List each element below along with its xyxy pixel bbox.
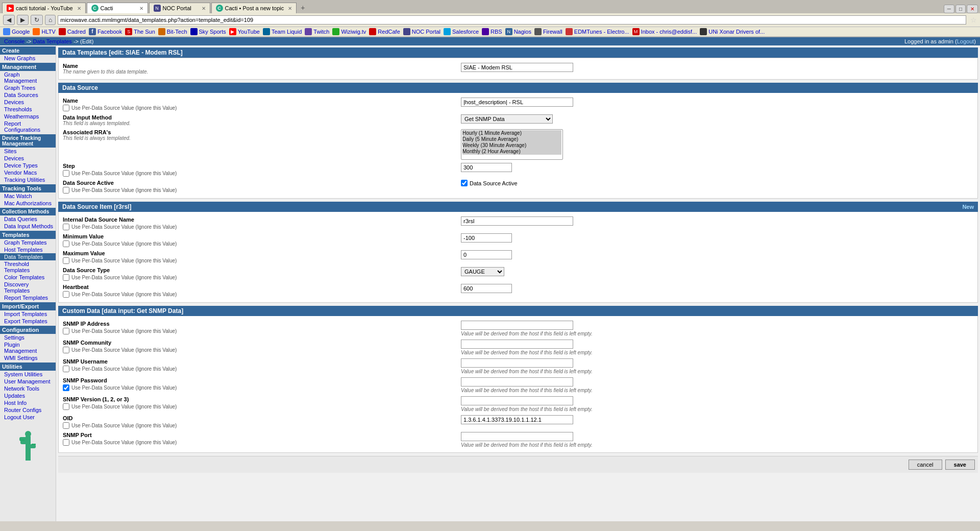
sidebar-item-devices[interactable]: Devices xyxy=(0,99,56,106)
sidebar-item-host-info[interactable]: Host Info xyxy=(0,399,56,406)
bookmark-edm-tunes[interactable]: EDMTunes - Electro... xyxy=(566,28,629,35)
sidebar-item-settings[interactable]: Settings xyxy=(0,334,56,341)
bookmark-rbs[interactable]: RBS xyxy=(482,28,502,35)
bookmark-redcafe[interactable]: RedCafe xyxy=(369,28,400,35)
min-value-checkbox[interactable] xyxy=(63,240,69,247)
address-bar[interactable] xyxy=(58,15,966,25)
sidebar-item-network-tools[interactable]: Network Tools xyxy=(0,385,56,392)
sidebar-item-devices2[interactable]: Devices xyxy=(0,155,56,162)
snmp-password-input[interactable] xyxy=(461,377,573,387)
tab-close-yt[interactable]: ✕ xyxy=(77,6,81,11)
sidebar-item-data-sources[interactable]: Data Sources xyxy=(0,91,56,99)
bookmark-team-liquid[interactable]: Team Liquid xyxy=(263,28,302,35)
back-button[interactable]: ◀ xyxy=(3,15,15,25)
bookmark-star[interactable]: ☆ xyxy=(970,16,977,24)
max-value-checkbox[interactable] xyxy=(63,257,69,264)
bookmark-wiziwig[interactable]: Wiziwig.tv xyxy=(332,28,366,35)
logout-link[interactable]: Logout xyxy=(957,38,974,44)
sidebar-item-import-templates[interactable]: Import Templates xyxy=(0,310,56,318)
sidebar-item-graph-management[interactable]: Graph Management xyxy=(0,71,56,84)
sidebar-item-export-templates[interactable]: Export Templates xyxy=(0,318,56,325)
sidebar-item-weathermaps[interactable]: Weathermaps xyxy=(0,113,56,120)
new-tab-button[interactable]: + xyxy=(298,2,308,13)
sidebar-item-wmi-settings[interactable]: WMI Settings xyxy=(0,354,56,361)
step-input[interactable] xyxy=(461,163,512,172)
sidebar-item-system-utilities[interactable]: System Utilities xyxy=(0,371,56,378)
sidebar-item-plugin-management[interactable]: Plugin Management xyxy=(0,341,56,354)
sidebar-item-logout-user[interactable]: Logout User xyxy=(0,414,56,421)
snmp-community-input[interactable] xyxy=(461,340,573,349)
bookmark-google[interactable]: Google xyxy=(3,28,30,35)
sidebar-item-data-input-methods[interactable]: Data Input Methods xyxy=(0,223,56,230)
bookmark-hltv[interactable]: HLTV xyxy=(33,28,55,35)
data-templates-link[interactable]: Data Templates xyxy=(33,38,72,44)
snmp-ip-checkbox[interactable] xyxy=(63,328,69,334)
close-button[interactable]: ✕ xyxy=(967,5,978,13)
ds-name-checkbox[interactable] xyxy=(63,105,69,111)
forward-button[interactable]: ▶ xyxy=(17,15,29,25)
sidebar-item-tracking-utilities[interactable]: Tracking Utilities xyxy=(0,176,56,183)
snmp-username-input[interactable] xyxy=(461,358,573,368)
sidebar-item-discovery-templates[interactable]: Discovery Templates xyxy=(0,281,56,294)
snmp-community-checkbox[interactable] xyxy=(63,347,69,353)
snmp-version-checkbox[interactable] xyxy=(63,403,69,410)
maximize-button[interactable]: □ xyxy=(955,5,966,13)
bookmark-noc-portal[interactable]: NOC Portal xyxy=(403,28,440,35)
ds-type-select[interactable]: GAUGE COUNTER DERIVE ABSOLUTE xyxy=(461,267,504,276)
bookmark-cadred[interactable]: Cadred xyxy=(59,28,86,35)
internal-name-input[interactable] xyxy=(461,216,573,226)
rra-listbox[interactable]: Hourly (1 Minute Average) Daily (5 Minut… xyxy=(461,129,563,160)
bookmark-the-sun[interactable]: S The Sun xyxy=(125,28,155,35)
sidebar-item-data-queries[interactable]: Data Queries xyxy=(0,215,56,223)
save-button[interactable]: save xyxy=(945,460,975,470)
sidebar-item-thresholds[interactable]: Thresholds xyxy=(0,106,56,113)
bookmark-twitch[interactable]: Twitch xyxy=(305,28,329,35)
snmp-port-input[interactable] xyxy=(461,432,573,441)
sidebar-item-device-types[interactable]: Device Types xyxy=(0,162,56,169)
sidebar-item-mac-watch[interactable]: Mac Watch xyxy=(0,192,56,200)
tab-cactipost[interactable]: C Cacti • Post a new topic ✕ xyxy=(211,3,297,13)
sidebar-item-new-graphs[interactable]: New Graphs xyxy=(0,55,56,62)
bookmark-uni-xonar[interactable]: UNi Xonar Drivers of... xyxy=(700,28,765,35)
tab-noc[interactable]: N NOC Portal ✕ xyxy=(149,3,210,13)
sidebar-item-data-templates[interactable]: Data Templates xyxy=(0,253,56,260)
sidebar-item-sites[interactable]: Sites xyxy=(0,148,56,155)
min-value-input[interactable] xyxy=(461,233,512,243)
bookmark-bit-tech[interactable]: Bit-Tech xyxy=(158,28,187,35)
sidebar-item-host-templates[interactable]: Host Templates xyxy=(0,246,56,253)
bookmark-salesforce[interactable]: Salesforce xyxy=(444,28,479,35)
tab-close-cactipost[interactable]: ✕ xyxy=(288,6,292,11)
sidebar-item-color-templates[interactable]: Color Templates xyxy=(0,274,56,281)
snmp-version-input[interactable] xyxy=(461,396,573,405)
oid-checkbox[interactable] xyxy=(63,422,69,429)
bookmark-youtube[interactable]: ▶ YouTube xyxy=(229,28,260,35)
bookmark-nagios[interactable]: N Nagios xyxy=(505,28,531,35)
bookmark-firewall[interactable]: Firewall xyxy=(534,28,562,35)
max-value-input[interactable] xyxy=(461,250,512,259)
ds-active-per-source-checkbox[interactable] xyxy=(63,187,69,194)
ds-type-checkbox[interactable] xyxy=(63,274,69,281)
internal-name-checkbox[interactable] xyxy=(63,224,69,230)
sidebar-item-mac-authorizations[interactable]: Mac Authorizations xyxy=(0,200,56,207)
bookmark-facebook[interactable]: f Facebook xyxy=(89,28,122,35)
sidebar-item-updates[interactable]: Updates xyxy=(0,392,56,399)
sidebar-item-report-configurations[interactable]: Report Configurations xyxy=(0,120,56,133)
snmp-ip-input[interactable] xyxy=(461,321,573,330)
cancel-button[interactable]: cancel xyxy=(909,460,942,470)
sidebar-item-user-management[interactable]: User Management xyxy=(0,378,56,385)
snmp-username-checkbox[interactable] xyxy=(63,366,69,372)
step-checkbox[interactable] xyxy=(63,170,69,177)
reload-button[interactable]: ↻ xyxy=(31,15,43,25)
tab-close-noc[interactable]: ✕ xyxy=(202,6,206,11)
heartbeat-input[interactable] xyxy=(461,284,512,293)
minimize-button[interactable]: ─ xyxy=(944,5,954,13)
data-input-method-select[interactable]: Get SNMP Data xyxy=(461,114,553,124)
sidebar-item-threshold-templates[interactable]: Threshold Templates xyxy=(0,260,56,274)
sidebar-item-graph-trees[interactable]: Graph Trees xyxy=(0,84,56,91)
sidebar-item-vendor-macs[interactable]: Vendor Macs xyxy=(0,169,56,176)
home-button[interactable]: ⌂ xyxy=(45,15,56,25)
sidebar-item-graph-templates[interactable]: Graph Templates xyxy=(0,239,56,246)
snmp-password-checkbox[interactable] xyxy=(63,384,69,391)
tab-cacti-yt[interactable]: ▶ cacti tutorial - YouTube ✕ xyxy=(2,3,86,13)
ds-name-input[interactable] xyxy=(461,98,573,107)
